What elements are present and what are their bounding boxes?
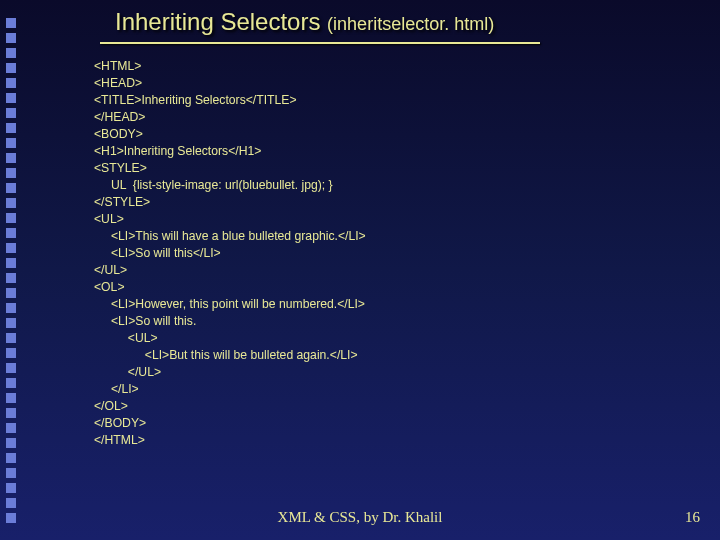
footer-text: XML & CSS, by Dr. Khalil xyxy=(0,509,720,526)
code-block: <HTML> <HEAD> <TITLE>Inheriting Selector… xyxy=(94,58,366,449)
title-main: Inheriting Selectors xyxy=(115,8,327,35)
title-filename: (inheritselector. html) xyxy=(327,14,494,34)
decorative-bullet-strip xyxy=(6,18,16,523)
slide-title: Inheriting Selectors (inheritselector. h… xyxy=(115,8,494,36)
page-number: 16 xyxy=(685,509,700,526)
slide: Inheriting Selectors (inheritselector. h… xyxy=(0,0,720,540)
title-underline xyxy=(100,42,540,44)
